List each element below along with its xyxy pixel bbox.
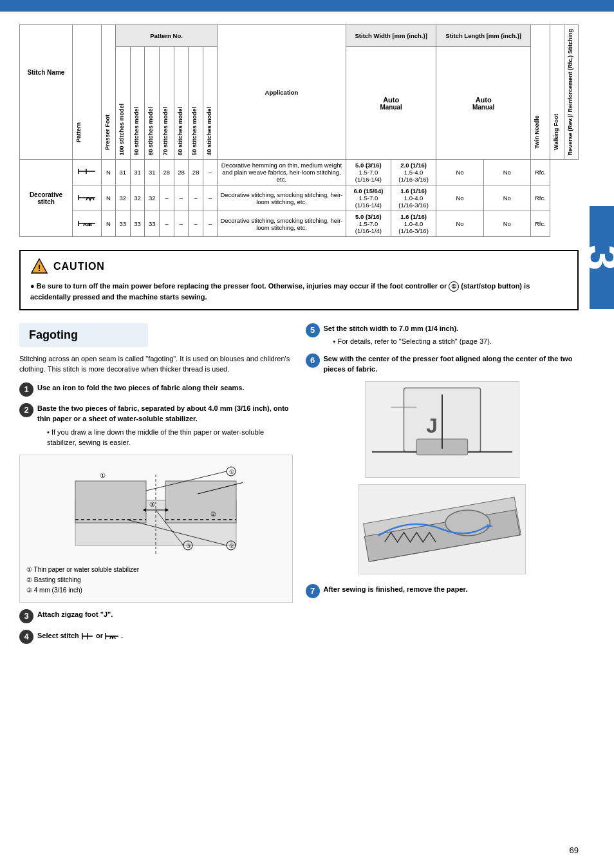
application-2: Decorative stitching, smocking stitching…	[217, 185, 346, 211]
s40-header: 40 stitches model	[203, 46, 217, 160]
pattern-symbol-2	[72, 185, 101, 211]
table-row: N 33 33 33 – – – – Decorative stitching,…	[20, 211, 579, 237]
step-1-circle: 1	[19, 382, 33, 397]
presser-foot-2: N	[102, 185, 116, 211]
pattern-header: Pattern	[72, 25, 101, 160]
fagoting-intro: Stitching across an open seam is called …	[19, 354, 293, 375]
application-3: Decorative stitching, smocking stitching…	[217, 211, 346, 237]
pattern-symbol-3	[72, 211, 101, 237]
fagoting-title: Fagoting	[19, 323, 148, 347]
width-3: 5.0 (3/16)1.5-7.0(1/16-1/4)	[346, 211, 391, 237]
caution-title: CAUTION	[53, 261, 105, 272]
step-5-text: Set the stitch width to 7.0 mm (1/4 inch…	[324, 323, 579, 347]
s80-1: 31	[145, 160, 160, 185]
svg-rect-10	[75, 481, 146, 523]
s90-header: 90 stitches model	[130, 46, 145, 160]
step-2-bullet: If you draw a line down the middle of th…	[47, 427, 293, 448]
length-auto-1: 2.0 (1/16)1.5-4.0(1/16-3/16)	[391, 160, 436, 185]
sewing-image-top: J	[365, 381, 519, 478]
fabric-diagram: ① ② ③ ① ② ③ ① Thin paper or water solubl…	[19, 455, 293, 603]
page-number: 69	[570, 845, 579, 855]
stitch-symbol-2-icon	[105, 630, 119, 643]
stitch-width-header: Stitch Width [mm (inch.)]	[346, 25, 436, 47]
s90-3: 33	[130, 211, 145, 237]
s40-1: –	[203, 160, 217, 185]
reverse-3: Rfc.	[530, 211, 550, 237]
twin-needle-2: No	[436, 185, 483, 211]
length-3: 1.6 (1/16)1.0-4.0(1/16-3/16)	[391, 211, 436, 237]
s80-3: 33	[145, 211, 160, 237]
step-4-text: Select stitch or .	[37, 630, 293, 643]
step-6: 6 Sew with the center of the presser foo…	[306, 354, 579, 375]
stitch-length-header: Stitch Length [mm (inch.)]	[436, 25, 531, 47]
s70-1: 28	[160, 160, 174, 185]
stitch-table: Stitch Name Pattern Presser Foot Pattern…	[19, 24, 579, 237]
start-stop-icon: ①	[449, 281, 459, 292]
svg-text:②: ②	[210, 511, 216, 518]
sewing-diagram-top-svg: J	[366, 381, 519, 478]
s40-3: –	[203, 211, 217, 237]
stitch-name-header: Stitch Name	[20, 25, 73, 160]
caution-triangle-icon: !	[30, 258, 48, 276]
reverse-header: Reverse (Rev.)/ Reinforcement (Rfc.) Sti…	[564, 25, 578, 160]
s60-header: 60 stitches model	[174, 46, 189, 160]
caution-text: ● Be sure to turn off the main power bef…	[30, 281, 568, 303]
stitch-symbol-1-icon	[81, 630, 94, 643]
svg-text:②: ②	[229, 543, 234, 549]
stitch-length-sub-header: AutoManual	[436, 46, 531, 160]
svg-text:③: ③	[186, 543, 191, 549]
main-content: Stitch Name Pattern Presser Foot Pattern…	[0, 12, 614, 676]
length-2: 1.6 (1/16)1.0-4.0(1/16-3/16)	[391, 185, 436, 211]
fagoting-section: Fagoting Stitching across an open seam i…	[19, 323, 579, 650]
step-1-text: Use an iron to fold the two pieces of fa…	[37, 382, 293, 393]
s90-1: 31	[130, 160, 145, 185]
pattern-symbol-1	[72, 160, 101, 185]
twin-needle-header: Twin Needle	[530, 25, 550, 160]
s100-1: 31	[116, 160, 131, 185]
diagram-label-3: ③ 4 mm (3/16 inch)	[26, 585, 286, 596]
step-2: 2 Baste the two pieces of fabric, separa…	[19, 403, 293, 448]
step-3-circle: 3	[19, 609, 33, 623]
s50-header: 50 stitches model	[189, 46, 203, 160]
diagram-label-1: ① Thin paper or water soluble stabilizer	[26, 565, 286, 575]
fabric-diagram-svg: ① ② ③ ① ② ③	[69, 462, 243, 558]
table-row: Decorativestitch N 31 31 31 28 28 28 – D	[20, 160, 579, 185]
s100-header: 100 stitches model	[116, 46, 131, 160]
step-4: 4 Select stitch or	[19, 630, 293, 644]
step-7: 7 After sewing is finished, remove the p…	[306, 584, 579, 598]
s70-header: 70 stitches model	[160, 46, 174, 160]
s80-2: 32	[145, 185, 160, 211]
s70-3: –	[160, 211, 174, 237]
presser-foot-header: Presser Foot	[102, 25, 116, 160]
step-3-text: Attach zigzag foot "J".	[37, 609, 293, 620]
stitch-width-sub-header: AutoManual	[346, 46, 436, 160]
fagoting-left: Fagoting Stitching across an open seam i…	[19, 323, 293, 650]
twin-needle-1: No	[436, 160, 483, 185]
step-7-circle: 7	[306, 584, 320, 598]
pattern-no-header: Pattern No.	[116, 25, 218, 47]
s50-3: –	[189, 211, 203, 237]
sewing-image-bottom	[358, 484, 526, 574]
s100-3: 33	[116, 211, 131, 237]
step-5-bullet: For details, refer to "Selecting a stitc…	[333, 336, 579, 347]
s70-2: –	[160, 185, 174, 211]
step-4-circle: 4	[19, 630, 33, 644]
stitch-name-cell: Decorativestitch	[20, 160, 73, 237]
svg-rect-11	[165, 481, 236, 523]
twin-needle-3: No	[436, 211, 483, 237]
walking-foot-2: No	[483, 185, 530, 211]
step-1: 1 Use an iron to fold the two pieces of …	[19, 382, 293, 397]
chapter-number: 3	[575, 245, 614, 270]
width-auto-1: 5.0 (3/16)1.5-7.0(1/16-1/4)	[346, 160, 391, 185]
step-6-circle: 6	[306, 354, 320, 368]
step-5: 5 Set the stitch width to 7.0 mm (1/4 in…	[306, 323, 579, 347]
table-row: N 32 32 32 – – – – Decorative stitching,…	[20, 185, 579, 211]
reverse-2: Rfc.	[530, 185, 550, 211]
svg-text:①: ①	[100, 472, 106, 479]
presser-foot-3: N	[102, 211, 116, 237]
step-2-circle: 2	[19, 403, 33, 417]
s60-3: –	[174, 211, 189, 237]
s50-2: –	[189, 185, 203, 211]
s100-2: 32	[116, 185, 131, 211]
chapter-tab: 3	[590, 206, 614, 309]
